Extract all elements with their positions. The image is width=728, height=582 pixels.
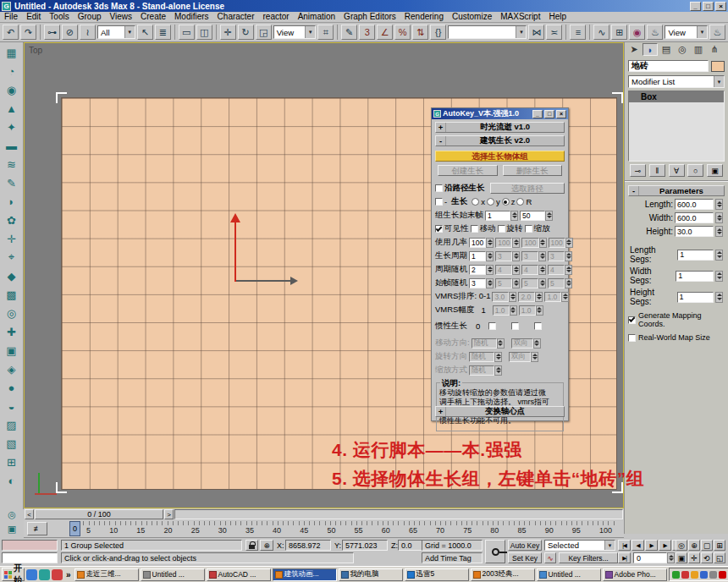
left-toolbar-icon[interactable]: ✛ <box>2 229 22 248</box>
left-toolbar-icon[interactable]: ▦ <box>2 43 22 62</box>
current-frame-field[interactable]: 0 <box>633 552 667 563</box>
visibility-checkbox[interactable] <box>435 225 443 233</box>
macro-recorder-field[interactable] <box>2 540 58 551</box>
menu-item[interactable]: reactor <box>259 12 294 22</box>
dialog-maximize-button[interactable]: □ <box>544 110 554 118</box>
rollout-toggle[interactable]: - <box>629 186 639 195</box>
go-to-start-icon[interactable]: |◀ <box>618 540 631 551</box>
parameter-value-field[interactable]: 1 <box>677 250 714 261</box>
task-button[interactable]: 迅雷5 <box>405 568 469 581</box>
menu-item[interactable]: Rendering <box>400 12 448 22</box>
selection-filter-dropdown[interactable]: All ▼ <box>97 25 135 39</box>
make-unique-icon[interactable]: ∀ <box>669 164 685 177</box>
time-slider-handle[interactable]: 0 / 100 <box>35 509 163 519</box>
x-coordinate-field[interactable]: 8658.972 <box>285 540 331 551</box>
rollout-building-grow[interactable]: - 建筑生长 v2.0 <box>435 135 565 146</box>
align-icon[interactable]: ≍ <box>546 25 562 40</box>
close-button[interactable]: × <box>715 2 726 11</box>
left-toolbar-icon[interactable]: ◉ <box>2 80 22 99</box>
spinner-snap-icon[interactable]: ⇅ <box>412 25 428 40</box>
key-step-icon[interactable]: ▶| <box>618 552 631 563</box>
dialog-title-bar[interactable]: G AutoKey_V本.强强1.0 _ □ × <box>432 108 568 119</box>
grow-checkbox[interactable] <box>435 198 443 206</box>
inertia-checkbox-1[interactable] <box>488 322 496 330</box>
move-checkbox[interactable] <box>471 225 478 233</box>
parameter-value-field[interactable]: 600.0 <box>675 212 714 223</box>
spinner[interactable] <box>715 250 723 261</box>
use-center-icon[interactable]: ⌗ <box>317 25 334 40</box>
arc-rotate-icon[interactable]: ⟲ <box>701 552 713 563</box>
set-key-button[interactable]: Set Key <box>508 552 542 563</box>
select-rotate-icon[interactable]: ↻ <box>238 25 254 40</box>
value-field[interactable]: 2 <box>469 265 486 275</box>
value-field[interactable]: 3 <box>469 278 486 288</box>
delete-grow-button[interactable]: 删除生长 <box>503 165 563 176</box>
left-toolbar-icon[interactable]: ▧ <box>2 434 22 453</box>
left-toolbar-extra-icon-1[interactable]: ◎ <box>2 508 22 521</box>
task-button[interactable]: Untitled ... <box>141 568 205 581</box>
zoom-icon[interactable]: ◎ <box>676 540 687 551</box>
select-scale-icon[interactable]: ◲ <box>256 25 272 40</box>
rollout-time-lapse[interactable]: + 时光流逝 v1.0 <box>435 122 565 133</box>
parameter-value-field[interactable]: 1 <box>676 271 714 282</box>
play-icon[interactable]: ▶ <box>645 540 658 551</box>
dialog-minimize-button[interactable]: _ <box>532 110 543 118</box>
set-key-filter-icon[interactable]: ∿ <box>544 552 556 563</box>
snap-toggle-icon[interactable]: 3 <box>359 25 375 40</box>
real-world-map-checkbox[interactable] <box>628 334 636 342</box>
left-toolbar-icon[interactable]: ◎ <box>2 304 22 322</box>
left-toolbar-icon[interactable]: ⊞ <box>2 453 22 471</box>
angle-snap-icon[interactable]: ∠ <box>377 25 393 40</box>
left-toolbar-icon[interactable]: ▬ <box>2 136 22 155</box>
percent-snap-icon[interactable]: % <box>394 25 411 40</box>
left-toolbar-icon[interactable]: ▣ <box>2 341 22 360</box>
left-toolbar-icon[interactable]: ◗ <box>2 192 22 211</box>
task-button[interactable]: 建筑动画... <box>273 568 337 581</box>
left-toolbar-icon[interactable]: ✿ <box>2 211 22 229</box>
configure-modifier-sets-icon[interactable]: ▣ <box>707 164 723 177</box>
rectangular-region-icon[interactable]: ▭ <box>179 25 195 40</box>
time-slider-track[interactable] <box>174 509 623 519</box>
stack-item[interactable]: Box <box>629 91 724 102</box>
task-button[interactable]: Adobe Pho... <box>603 568 667 581</box>
layer-manager-icon[interactable]: ≡ <box>570 25 586 40</box>
selection-lock-icon[interactable] <box>245 540 258 551</box>
menu-item[interactable]: Group <box>74 12 106 22</box>
spinner[interactable] <box>486 265 494 275</box>
task-button[interactable]: 我的电脑 <box>339 568 403 581</box>
pick-path-button[interactable]: 选取路径 <box>490 183 565 194</box>
select-grow-group-button[interactable]: 选择生长物体组 <box>435 151 565 162</box>
left-toolbar-icon[interactable]: ▨ <box>2 415 22 434</box>
named-selection-sets-dropdown[interactable]: ▼ <box>448 25 527 39</box>
inertia-checkbox-3[interactable] <box>534 322 542 330</box>
y-coordinate-field[interactable]: 5771.023 <box>342 540 388 551</box>
left-toolbar-icon[interactable]: ⌖ <box>2 248 22 266</box>
select-by-name-icon[interactable]: ≣ <box>155 25 171 40</box>
zoom-all-icon[interactable]: ⊕ <box>688 540 700 551</box>
tab-hierarchy-icon[interactable]: ▤ <box>659 43 674 56</box>
tray-icon[interactable] <box>709 571 717 579</box>
scale-checkbox[interactable] <box>525 225 532 233</box>
task-button[interactable]: 2003经典... <box>471 568 535 581</box>
left-toolbar-icon[interactable]: ◈ <box>2 360 22 378</box>
menu-item[interactable]: Help <box>544 12 571 22</box>
tray-icon[interactable] <box>700 571 708 579</box>
quick-launch-icon[interactable] <box>26 569 37 580</box>
menu-item[interactable]: Edit <box>22 12 45 22</box>
tab-display-icon[interactable]: ▥ <box>691 43 706 56</box>
value-field[interactable]: 100 <box>469 238 486 248</box>
left-toolbar-icon[interactable]: ✎ <box>2 173 22 192</box>
rollout-toggle[interactable]: + <box>436 123 446 132</box>
unlink-selection-icon[interactable]: ⊘ <box>62 25 78 40</box>
spinner[interactable] <box>510 211 518 221</box>
absolute-mode-icon[interactable]: ⊕ <box>260 540 273 551</box>
zoom-extents-icon[interactable]: ▢ <box>701 540 713 551</box>
left-toolbar-icon[interactable]: ◐ <box>2 471 22 490</box>
key-mode-dropdown[interactable]: Selected ▼ <box>544 540 615 551</box>
grow-along-path-checkbox[interactable] <box>435 184 443 192</box>
spinner[interactable] <box>486 251 494 261</box>
spinner[interactable] <box>715 212 723 223</box>
minimize-button[interactable]: _ <box>690 2 701 11</box>
mirror-icon[interactable]: ⋈ <box>528 25 544 40</box>
redo-icon[interactable]: ↷ <box>20 25 36 40</box>
